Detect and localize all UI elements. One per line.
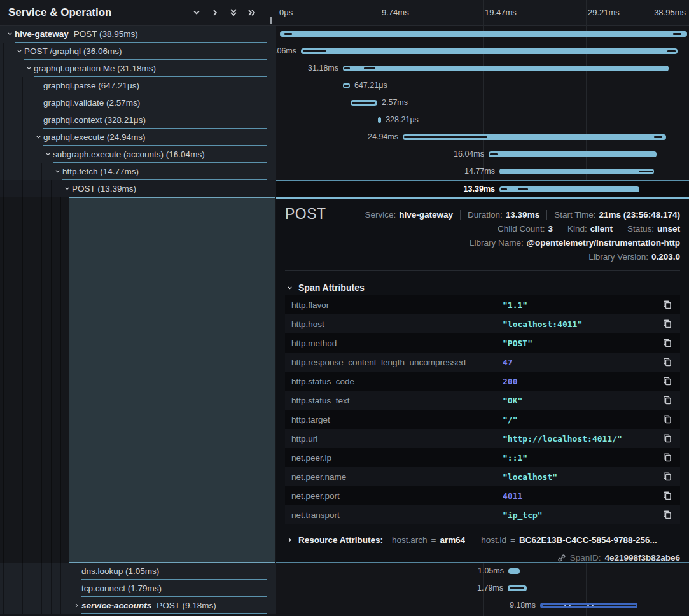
tree-row[interactable]: hive-gatewayPOST (38.95ms) [0, 25, 276, 43]
meta-item: Kind:client [560, 224, 613, 234]
timeline-row[interactable]: 2.57ms [276, 94, 689, 111]
copy-value-button[interactable] [662, 452, 672, 463]
indent-guide [22, 163, 23, 180]
span-name-label: POST /graphql (36.06ms) [24, 43, 122, 60]
indent-guide [3, 77, 4, 94]
timeline-row[interactable] [276, 25, 689, 43]
timeline-row[interactable]: 1.79ms [276, 580, 689, 597]
tree-row[interactable]: subgraph.execute (accounts) (16.04ms) [0, 146, 276, 163]
child-span-marker [654, 136, 662, 138]
double-chevron-right-icon[interactable] [247, 8, 257, 18]
collapse-span-chevron[interactable] [34, 129, 43, 146]
tree-row[interactable]: graphql.validate (2.57ms) [0, 94, 276, 111]
collapse-span-chevron[interactable] [53, 163, 62, 180]
indent-guide [60, 197, 61, 563]
copy-value-button[interactable] [662, 319, 672, 329]
span-duration-bar[interactable] [508, 568, 520, 574]
attribute-value: "1.1" [503, 300, 662, 310]
copy-value-button[interactable] [662, 414, 672, 424]
meta-item: Start Time:21ms (23:56:48.174) [546, 210, 680, 220]
span-name-label: hive-gatewayPOST (38.95ms) [15, 25, 138, 43]
collapse-span-chevron[interactable] [43, 146, 52, 163]
tree-row[interactable]: graphql.operation Me (31.18ms) [0, 60, 276, 77]
attribute-key: http.status_text [285, 396, 503, 405]
meta-item: Status:unset [620, 224, 680, 234]
tree-row[interactable]: http.fetch (14.77ms) [0, 163, 276, 180]
span-duration-bar[interactable] [499, 169, 654, 174]
axis-tick-label: 19.47ms [485, 0, 517, 25]
resource-key: host.arch [392, 535, 428, 545]
row-separator [81, 613, 267, 614]
copy-icon [662, 300, 672, 310]
collapse-span-chevron[interactable] [15, 43, 24, 60]
tree-row[interactable]: POST /graphql (36.06ms) [0, 43, 276, 60]
timeline-row[interactable]: 328.21μs [276, 111, 689, 129]
copy-value-button[interactable] [662, 472, 672, 482]
timeline-row[interactable]: 36.06ms [276, 43, 689, 60]
child-span-marker [639, 171, 653, 172]
collapse-span-chevron[interactable] [24, 60, 33, 77]
attribute-value: "OK" [503, 396, 662, 405]
indent-guide [51, 597, 52, 614]
tree-row[interactable]: POST (13.39ms) [0, 180, 276, 197]
timeline-row[interactable]: 647.21μs [276, 77, 689, 94]
tree-row[interactable]: graphql.context (328.21μs) [0, 111, 276, 129]
copy-value-button[interactable] [662, 338, 672, 348]
copy-value-button[interactable] [662, 300, 672, 310]
span-id-label: SpanID: [570, 553, 601, 563]
timeline-row[interactable]: 1.05ms [276, 563, 689, 580]
tree-row[interactable]: service-accountsPOST (9.18ms) [0, 597, 276, 614]
timeline-row[interactable]: 9.18ms [276, 597, 689, 614]
indent-guide [22, 129, 23, 146]
indent-guide [3, 60, 4, 77]
copy-value-button[interactable] [662, 357, 672, 367]
timeline-row[interactable]: 13.39ms [276, 180, 689, 197]
copy-value-button[interactable] [662, 433, 672, 444]
copy-value-button[interactable] [662, 376, 672, 386]
span-duration-bar[interactable] [343, 66, 669, 71]
span-duration-bar[interactable] [489, 151, 657, 157]
timeline-row[interactable]: 16.04ms [276, 146, 689, 163]
double-chevron-down-icon[interactable] [228, 8, 239, 18]
indent-guide [3, 94, 4, 111]
collapse-span-chevron[interactable] [62, 180, 71, 197]
pane-resize-grip[interactable] [270, 17, 274, 24]
timeline-axis: 0μs9.74ms19.47ms29.21ms38.95ms [276, 0, 689, 25]
indent-guide [41, 563, 42, 580]
span-duration-bar[interactable] [280, 31, 687, 37]
indent-guide [32, 597, 32, 614]
copy-value-button[interactable] [662, 395, 672, 405]
span-duration-label: 1.05ms [478, 563, 504, 580]
span-duration-bar[interactable] [301, 48, 678, 54]
meta-value: 21ms (23:56:48.174) [599, 210, 680, 220]
expand-span-chevron[interactable] [72, 597, 81, 614]
span-name-label: http.fetch (14.77ms) [62, 163, 139, 180]
timeline-row[interactable]: 14.77ms [276, 163, 689, 180]
tree-row[interactable]: dns.lookup (1.05ms) [0, 563, 276, 580]
collapse-span-chevron[interactable] [5, 25, 14, 43]
resource-attributes-row[interactable]: Resource Attributes: host.arch=arm64host… [286, 535, 657, 545]
indent-guide [3, 163, 4, 180]
attribute-key: net.peer.port [285, 491, 503, 501]
copy-value-button[interactable] [662, 510, 672, 520]
copy-value-button[interactable] [662, 491, 672, 501]
timeline-row[interactable]: 31.18ms [276, 60, 689, 77]
tree-row[interactable]: graphql.parse (647.21μs) [0, 77, 276, 94]
indent-guide [60, 597, 61, 614]
equals-sign: = [510, 535, 515, 545]
attribute-key: net.peer.ip [285, 453, 503, 463]
chevron-right-icon[interactable] [210, 8, 220, 18]
tree-row[interactable]: tcp.connect (1.79ms) [0, 580, 276, 597]
chevron-down-icon [16, 48, 23, 55]
meta-line: Child Count:3Kind:clientStatus:unset [498, 221, 680, 235]
chevron-down-icon[interactable] [191, 8, 202, 18]
timeline-row[interactable]: 24.94ms [276, 129, 689, 146]
attribute-value: "http://localhost:4011/" [503, 434, 662, 444]
indent-guide [60, 563, 61, 580]
span-attributes-header[interactable]: Span Attributes [286, 283, 365, 293]
tree-row[interactable]: graphql.execute (24.94ms) [0, 129, 276, 146]
child-span-marker [303, 50, 326, 52]
span-duration-bar[interactable] [378, 117, 381, 123]
attribute-key: http.url [285, 434, 503, 444]
chevron-down-icon [54, 168, 61, 175]
